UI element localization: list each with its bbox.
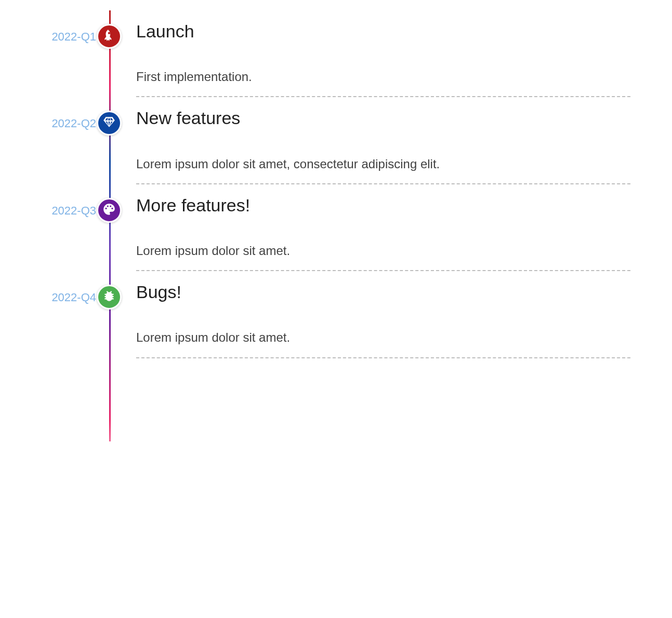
timeline-date: 2022-Q2 <box>10 117 96 130</box>
timeline-title: More features! <box>136 194 630 217</box>
timeline-item: 2022-Q4 Bugs! Lorem ipsum dolor sit amet… <box>109 271 630 358</box>
rocket-icon <box>102 29 116 44</box>
timeline-description: Lorem ipsum dolor sit amet, consectetur … <box>136 156 630 172</box>
timeline-content: More features! Lorem ipsum dolor sit ame… <box>136 184 630 271</box>
timeline: 2022-Q1 Launch First implementation. 202… <box>10 10 662 441</box>
timeline-item: 2022-Q2 New features Lorem ipsum dolor s… <box>109 97 630 184</box>
timeline-date: 2022-Q3 <box>10 204 96 218</box>
timeline-content: Launch First implementation. <box>136 10 630 97</box>
timeline-content: New features Lorem ipsum dolor sit amet,… <box>136 97 630 184</box>
timeline-description: First implementation. <box>136 69 630 85</box>
timeline-item: 2022-Q3 More features! Lorem ipsum dolor… <box>109 184 630 271</box>
timeline-marker <box>97 285 122 310</box>
bug-icon <box>102 289 116 305</box>
timeline-description: Lorem ipsum dolor sit amet. <box>136 243 630 259</box>
timeline-description: Lorem ipsum dolor sit amet. <box>136 329 630 345</box>
timeline-title: New features <box>136 106 630 129</box>
timeline-content: Bugs! Lorem ipsum dolor sit amet. <box>136 271 630 358</box>
timeline-date: 2022-Q4 <box>10 291 96 304</box>
timeline-marker <box>97 198 122 223</box>
palette-icon <box>102 203 116 218</box>
gem-icon <box>102 115 116 131</box>
timeline-date: 2022-Q1 <box>10 30 96 44</box>
timeline-title: Bugs! <box>136 280 630 303</box>
timeline-tail <box>109 358 630 441</box>
timeline-marker <box>97 111 122 136</box>
timeline-title: Launch <box>136 20 630 43</box>
timeline-item: 2022-Q1 Launch First implementation. <box>109 10 630 97</box>
timeline-marker <box>97 24 122 49</box>
